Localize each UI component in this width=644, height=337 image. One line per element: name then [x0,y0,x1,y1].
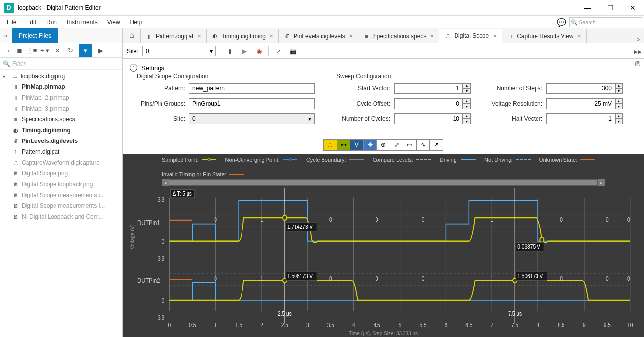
scrollbar-thumb[interactable] [169,180,597,185]
svg-text:1: 1 [490,216,493,223]
close-icon[interactable]: ✕ [430,33,434,39]
spinner[interactable]: ▲▼ [615,83,623,94]
close-icon[interactable]: ✕ [269,33,273,39]
voltage-res-input[interactable]: 25 mV [546,98,615,109]
view-waveform-icon[interactable]: ⎍ [323,139,337,151]
right-tool-strip: ▸▸ ⎚ [631,43,644,69]
tool-delete-icon[interactable]: ✕ [51,44,64,57]
spinner[interactable]: ▲▼ [615,98,623,109]
scroll-left-icon[interactable]: ◂ [162,179,169,186]
svg-text:3.5: 3.5 [327,322,334,328]
menu-help[interactable]: Help [125,17,147,28]
spinner[interactable]: ▲▼ [463,98,471,109]
tab-capture-results[interactable]: ⎍Capture Results View✕ [502,29,587,43]
tool-refresh-icon[interactable]: ↻ [64,44,77,57]
tree-item[interactable]: ⫴PinMap_3.pinmap [0,103,122,114]
file-icon: 🗎 [12,180,20,188]
svg-text:DUTPin2: DUTPin2 [137,277,160,284]
site-config-select[interactable]: 0▾ [189,113,315,124]
view-cursor-icon[interactable]: ✥ [363,139,377,151]
halt-vector-input[interactable]: -1 [546,113,615,124]
tool-list-icon[interactable]: ≣ [13,44,26,57]
num-steps-input[interactable]: 300 [546,83,615,94]
search-input[interactable]: 🔍 Search [569,17,642,27]
panel-toggle-icon[interactable]: ⎚ [633,59,643,69]
tree-item[interactable]: ⫴PinMap.pinmap [0,82,122,92]
sidebar-tab-project-files[interactable]: Project Files [12,28,58,43]
view-voltage-icon[interactable]: V [350,139,364,151]
tree-item[interactable]: ⫿Pattern.digipat [0,146,122,157]
tree-item[interactable]: 🗎NI-Digital Loopback and Com... [0,211,122,222]
tree-item[interactable]: ⎍CaptureWaveform.digicapture [0,157,122,168]
tree-item[interactable]: ⫴PinMap_2.pinmap [0,92,122,103]
expand-icon[interactable]: ▾ [3,74,9,79]
tree-root[interactable]: ▾ ▭ loopback.digiproj [0,71,122,82]
sidebar-collapse-icon[interactable]: « [0,32,12,39]
close-button[interactable]: ✕ [621,0,644,16]
view-legend-icon[interactable]: ⊶ [337,139,350,151]
tab-pattern[interactable]: ⫿Pattern.digipat✕ [140,29,207,43]
tool-bullets-icon[interactable]: ⋮≡ [26,44,38,57]
spinner[interactable]: ▲▼ [463,83,471,94]
spinner[interactable]: ▲▼ [615,113,623,124]
tree-item[interactable]: 🗎Digital Scope loopback.png [0,179,122,190]
tool-add-icon[interactable]: + ▾ [38,44,51,57]
legend-swatch [349,159,364,160]
tab-overflow-icon[interactable]: » [632,36,644,43]
svg-text:0: 0 [376,216,378,223]
tree-item[interactable]: 🗎Digital Scope measurements i... [0,200,122,211]
tool-filter-icon[interactable]: ▾ [79,44,92,57]
scroll-right-icon[interactable]: ▸ [598,179,605,186]
tree-item[interactable]: 🗎Digital Scope measurements i... [0,190,122,200]
pattern-input[interactable]: new_pattern [189,83,315,94]
view-pan-icon[interactable]: ⊕ [376,139,390,151]
close-icon[interactable]: ✕ [349,33,353,39]
site-select[interactable]: 0 ▾ [142,46,216,56]
tool-play-icon[interactable]: ▶ [94,44,107,57]
view-sine-icon[interactable]: ∿ [416,139,430,151]
scope-plot[interactable]: Voltage (V) Δ T: 5 µs 3.3 0 3.3 0 3.3 DU… [135,188,636,330]
pins-input[interactable]: PinGroup1 [189,98,315,109]
dock-right-icon[interactable]: ▸▸ [633,46,643,56]
view-fit-icon[interactable]: ▭ [403,139,417,151]
export-icon[interactable]: ↗ [273,46,284,56]
num-cycles-input[interactable]: 10 [394,113,463,124]
tab-specs[interactable]: ≡Specifications.specs✕ [358,29,440,43]
close-icon[interactable]: ✕ [493,33,497,39]
tree-item[interactable]: ◐Timing.digitiming [0,125,122,136]
abort-icon[interactable]: ▮ [224,46,235,56]
tool-collapse-icon[interactable]: ▭ [0,44,13,57]
run-icon[interactable]: ▶ [239,46,250,56]
maximize-button[interactable]: ☐ [599,0,621,16]
home-button[interactable]: ⌂ [123,28,140,43]
menu-file[interactable]: File [2,17,21,28]
tab-digital-scope[interactable]: ⎍Digital Scope✕ [439,29,502,43]
tree-item[interactable]: ≡Specifications.specs [0,114,122,125]
spinner[interactable]: ▲▼ [463,113,471,124]
menu-run[interactable]: Run [41,17,62,28]
start-vector-input[interactable]: 1 [394,83,463,94]
menu-edit[interactable]: Edit [21,17,41,28]
snapshot-icon[interactable]: 📷 [288,46,298,56]
menu-instruments[interactable]: Instruments [62,17,103,28]
tab-pinlevels[interactable]: ⇵PinLevels.digilevels✕ [278,29,358,43]
minimize-button[interactable]: — [576,0,599,16]
close-icon[interactable]: ✕ [197,33,201,39]
levels-icon: ⇵ [284,33,291,40]
collapse-circle-icon[interactable]: ˅ [130,64,137,72]
menu-view[interactable]: View [103,17,125,28]
feedback-icon[interactable]: 💬 [557,17,566,27]
svg-text:4.5: 4.5 [374,322,380,328]
view-zoom-icon[interactable]: ⤢ [390,139,403,151]
scope-h-scrollbar[interactable]: ◂ ▸ [162,179,605,186]
svg-text:6: 6 [445,322,448,328]
close-icon[interactable]: ✕ [577,33,581,39]
tree-item[interactable]: ⇵PinLevels.digilevels [0,136,122,146]
view-export-icon[interactable]: ↗ [429,139,443,151]
record-icon[interactable]: ◉ [254,46,265,56]
tab-timing[interactable]: ◐Timing.digitiming✕ [206,29,279,43]
tree-item[interactable]: 🗎Digital Scope.png [0,168,122,179]
sidebar-filter-input[interactable]: 🔍 Filter [0,58,122,70]
cycle-offset-input[interactable]: 0 [394,98,463,109]
svg-text:0: 0 [161,297,164,304]
